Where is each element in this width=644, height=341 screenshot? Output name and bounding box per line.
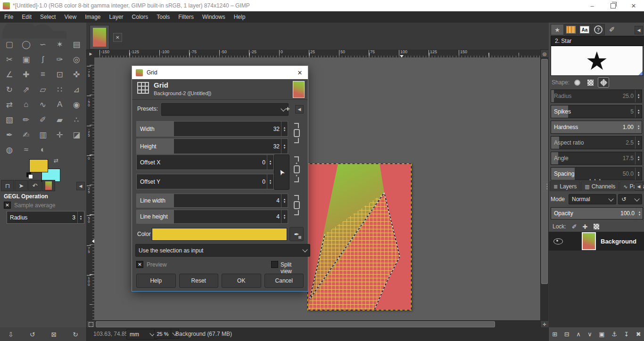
offset-chain-button[interactable]: ▴▾ (293, 156, 300, 182)
spinner-arrows-icon[interactable]: ▴▾ (281, 210, 288, 223)
tool-preset-button[interactable]: ↻ (73, 331, 78, 338)
spinner-arrows-icon[interactable]: ▴▾ (635, 168, 642, 180)
sample-average-row[interactable]: ✕ Sample average (4, 202, 55, 209)
brush-name-field[interactable]: 2. Star (551, 36, 644, 46)
vertical-ruler[interactable]: -75-50-250255075100 (86, 57, 94, 320)
menu-item[interactable]: Select (36, 11, 60, 23)
tool-button[interactable]: ∠ (1, 67, 18, 82)
restore-button[interactable] (603, 0, 623, 11)
offset-y-field[interactable]: Offset Y 0 ▴▾ (136, 174, 274, 189)
tab-fonts[interactable]: Aa (578, 24, 591, 35)
spinner-arrows-icon[interactable]: ▴▾ (635, 137, 642, 149)
brush-slider[interactable]: Hardness 1.00 ▴▾ (551, 121, 642, 134)
shape-diamond-button[interactable] (598, 77, 609, 88)
spinner-arrows-icon[interactable]: ▴▾ (636, 208, 643, 219)
tool-button[interactable]: ✏ (18, 112, 35, 127)
menu-item[interactable]: Windows (198, 11, 230, 23)
horizontal-ruler[interactable]: -150-125-100-75-50-250255075100125150 (94, 49, 540, 57)
dock-tab[interactable]: ➤ (15, 180, 28, 191)
size-chain-button[interactable] (293, 123, 300, 143)
resize-grip-icon[interactable] (638, 71, 643, 75)
tool-button[interactable]: ▰ (51, 112, 68, 127)
tool-button[interactable]: ✒ (1, 127, 18, 142)
spinner-arrows-icon[interactable]: ▴▾ (77, 211, 84, 223)
layer-action-button[interactable]: ∨ (587, 331, 592, 338)
tool-button[interactable]: ✶ (51, 37, 68, 52)
menu-item[interactable]: Image (81, 11, 105, 23)
lock-alpha-icon[interactable] (594, 224, 599, 229)
tool-button[interactable]: ∿ (34, 97, 51, 112)
pane-splitter-handle[interactable]: ••• (546, 183, 548, 190)
tool-button[interactable]: ✛ (51, 127, 68, 142)
spinner-arrows-icon[interactable]: ▴▾ (281, 122, 288, 136)
tool-button[interactable]: ✍ (18, 127, 35, 142)
dialog-button[interactable]: Reset (179, 274, 219, 288)
spinner-arrows-icon[interactable]: ▴▾ (267, 174, 273, 189)
layer-action-button[interactable]: ⊞ (552, 331, 557, 338)
split-view-checkbox[interactable]: ✕ (271, 261, 278, 268)
line-size-chain-button[interactable] (293, 195, 300, 215)
panel-menu-button[interactable]: ◀ (295, 105, 304, 114)
tool-button[interactable]: ∴ (68, 112, 85, 127)
brush-slider[interactable]: Radius 25.0 ▴▾ (551, 89, 642, 103)
menu-item[interactable]: Help (230, 11, 250, 23)
brush-slider[interactable]: Spikes 5 ▴▾ (551, 105, 642, 118)
brush-slider[interactable]: Aspect ratio 2.5 ▴▾ (551, 136, 642, 149)
tool-button[interactable]: ▱ (34, 82, 51, 97)
sample-average-checkbox[interactable]: ✕ (4, 202, 11, 209)
tool-button[interactable]: ⊡ (51, 67, 68, 82)
line-width-field[interactable]: Line width 4 ▴▾ (136, 194, 288, 208)
dialog-button[interactable]: Cancel (264, 274, 304, 288)
tool-button[interactable]: ◪ (68, 127, 85, 142)
layer-action-button[interactable]: ⚓ (611, 331, 617, 338)
menu-item[interactable]: Edit (17, 11, 36, 23)
unit-dropdown[interactable]: mm (126, 329, 157, 340)
menu-item[interactable]: Filters (174, 11, 198, 23)
tool-button[interactable]: ⇄ (1, 97, 18, 112)
tool-button[interactable]: ∷ (51, 82, 68, 97)
tool-button[interactable]: ≈ (18, 142, 35, 157)
add-preset-button[interactable]: + (286, 105, 290, 113)
scrollbar-thumb[interactable] (96, 321, 495, 327)
layers-dock-tab[interactable]: ▥Channels (581, 181, 619, 191)
tool-button[interactable]: ⊿ (68, 82, 85, 97)
shape-circle-button[interactable] (571, 77, 583, 88)
foreground-color-swatch[interactable] (29, 159, 48, 172)
tool-button[interactable]: ≡ (34, 67, 51, 82)
opacity-slider[interactable]: Opacity 100.0 ▴▾ (551, 207, 643, 219)
reset-colors-icon[interactable] (26, 172, 31, 177)
tool-button[interactable]: ∽ (34, 37, 51, 52)
brush-slider[interactable]: Angle 17.5 ▴▾ (551, 152, 642, 165)
layer-action-button[interactable]: ▣ (599, 331, 604, 338)
spinner-arrows-icon[interactable]: ▴▾ (281, 194, 288, 207)
dock-tab-images[interactable] (42, 180, 55, 191)
layer-row-background[interactable]: Background (549, 232, 644, 251)
height-field[interactable]: Height 32 ▴▾ (136, 138, 288, 154)
tool-button[interactable]: ✂ (1, 52, 18, 67)
tool-button[interactable]: ◐ (34, 142, 51, 157)
image-tab[interactable] (90, 25, 109, 49)
tool-button[interactable]: ▧ (1, 112, 18, 127)
spinner-arrows-icon[interactable]: ▴▾ (635, 121, 642, 133)
menu-item[interactable]: Colors (128, 11, 153, 23)
swap-colors-icon[interactable]: ⇄ (54, 157, 58, 164)
tool-button[interactable]: ʃ (34, 52, 51, 67)
tool-button[interactable]: ⇗ (18, 82, 35, 97)
spinner-arrows-icon[interactable]: ▴▾ (281, 139, 288, 154)
canvas-image[interactable] (307, 163, 412, 310)
lock-position-icon[interactable]: ✚ (583, 223, 588, 230)
shape-square-button[interactable] (585, 77, 596, 88)
spinner-arrows-icon[interactable]: ▴▾ (635, 152, 642, 164)
width-field[interactable]: Width 32 ▴▾ (136, 121, 288, 137)
image-tab-close-button[interactable]: ✕ (113, 33, 122, 42)
line-height-field[interactable]: Line height 4 ▴▾ (136, 210, 288, 224)
panel-menu-button[interactable]: ◀ (76, 182, 85, 190)
tool-button[interactable]: ◍ (1, 142, 18, 157)
preview-checkbox[interactable]: ✕ (136, 261, 143, 268)
layer-list[interactable]: Background (549, 232, 644, 327)
tool-preset-button[interactable]: ⊠ (51, 331, 57, 338)
tool-button[interactable]: ✐ (34, 112, 51, 127)
dialog-title-bar[interactable]: Grid (132, 66, 308, 79)
tool-button[interactable]: ↻ (1, 82, 18, 97)
minimize-button[interactable]: – (582, 0, 603, 11)
